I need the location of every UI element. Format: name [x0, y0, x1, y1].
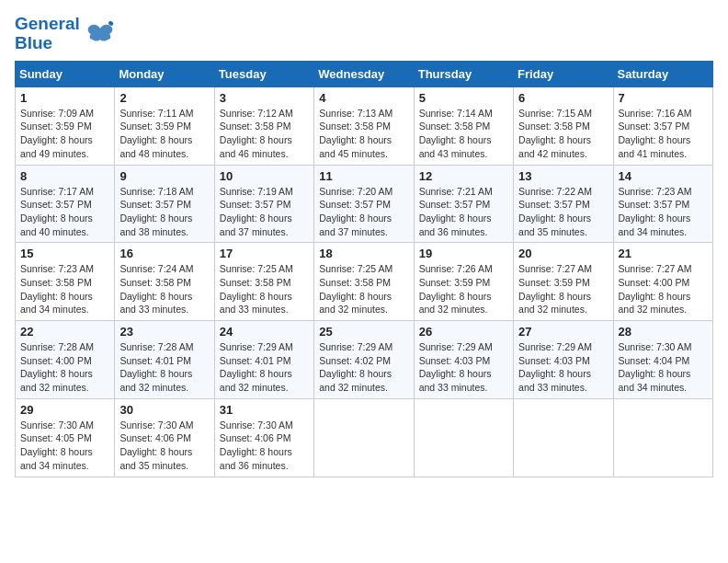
- day-detail: Sunrise: 7:17 AM Sunset: 3:57 PM Dayligh…: [20, 185, 109, 239]
- calendar-cell: [514, 398, 613, 477]
- sunset-line: Sunset: 3:57 PM: [220, 198, 309, 212]
- daylight-minutes: and 33 minutes.: [220, 303, 309, 316]
- calendar-cell: 15 Sunrise: 7:23 AM Sunset: 3:58 PM Dayl…: [16, 243, 115, 321]
- day-detail: Sunrise: 7:18 AM Sunset: 3:57 PM Dayligh…: [119, 185, 209, 239]
- sunset-line: Sunset: 3:57 PM: [619, 198, 708, 212]
- daylight-label: Daylight: 8 hours: [419, 133, 508, 147]
- calendar-cell: 1 Sunrise: 7:09 AM Sunset: 3:59 PM Dayli…: [16, 86, 115, 165]
- day-number: 19: [419, 247, 508, 260]
- sunrise-line: Sunrise: 7:09 AM: [20, 107, 109, 121]
- day-number: 7: [619, 91, 708, 105]
- day-detail: Sunrise: 7:29 AM Sunset: 4:02 PM Dayligh…: [319, 340, 408, 395]
- daylight-label: Daylight: 8 hours: [20, 290, 109, 304]
- sunset-line: Sunset: 3:58 PM: [319, 120, 408, 133]
- sunrise-line: Sunrise: 7:22 AM: [518, 185, 608, 199]
- sunrise-line: Sunrise: 7:19 AM: [220, 185, 309, 199]
- day-detail: Sunrise: 7:22 AM Sunset: 3:57 PM Dayligh…: [518, 185, 608, 239]
- day-detail: Sunrise: 7:24 AM Sunset: 3:58 PM Dayligh…: [119, 262, 209, 316]
- sunrise-line: Sunrise: 7:12 AM: [220, 107, 309, 121]
- calendar-cell: 11 Sunrise: 7:20 AM Sunset: 3:57 PM Dayl…: [314, 165, 414, 243]
- daylight-label: Daylight: 8 hours: [119, 290, 209, 304]
- sunset-line: Sunset: 4:06 PM: [119, 431, 209, 445]
- calendar-cell: 6 Sunrise: 7:15 AM Sunset: 3:58 PM Dayli…: [514, 86, 613, 165]
- calendar-cell: 7 Sunrise: 7:16 AM Sunset: 3:57 PM Dayli…: [613, 86, 712, 165]
- daylight-minutes: and 32 minutes.: [119, 381, 209, 395]
- day-number: 16: [119, 247, 209, 260]
- daylight-minutes: and 32 minutes.: [20, 381, 109, 395]
- daylight-label: Daylight: 8 hours: [319, 290, 408, 304]
- day-detail: Sunrise: 7:30 AM Sunset: 4:06 PM Dayligh…: [119, 419, 209, 473]
- sunrise-line: Sunrise: 7:30 AM: [20, 419, 109, 432]
- day-detail: Sunrise: 7:14 AM Sunset: 3:58 PM Dayligh…: [419, 107, 508, 161]
- daylight-minutes: and 32 minutes.: [518, 303, 608, 316]
- calendar-cell: [314, 398, 414, 477]
- daylight-minutes: and 37 minutes.: [220, 225, 309, 239]
- daylight-label: Daylight: 8 hours: [119, 445, 209, 459]
- sunset-line: Sunset: 4:01 PM: [119, 354, 209, 368]
- day-detail: Sunrise: 7:21 AM Sunset: 3:57 PM Dayligh…: [419, 185, 508, 239]
- calendar-cell: 12 Sunrise: 7:21 AM Sunset: 3:57 PM Dayl…: [414, 165, 513, 243]
- sunset-line: Sunset: 4:02 PM: [319, 354, 408, 368]
- daylight-label: Daylight: 8 hours: [220, 290, 309, 304]
- calendar-week-row: 8 Sunrise: 7:17 AM Sunset: 3:57 PM Dayli…: [16, 165, 713, 243]
- calendar-cell: 3 Sunrise: 7:12 AM Sunset: 3:58 PM Dayli…: [214, 86, 313, 165]
- calendar-cell: 5 Sunrise: 7:14 AM Sunset: 3:58 PM Dayli…: [414, 86, 513, 165]
- daylight-minutes: and 32 minutes.: [319, 303, 408, 316]
- daylight-minutes: and 43 minutes.: [419, 147, 508, 161]
- daylight-minutes: and 49 minutes.: [20, 147, 109, 161]
- day-detail: Sunrise: 7:27 AM Sunset: 3:59 PM Dayligh…: [518, 262, 608, 316]
- daylight-minutes: and 38 minutes.: [119, 225, 209, 239]
- daylight-minutes: and 32 minutes.: [419, 303, 508, 316]
- calendar-cell: 20 Sunrise: 7:27 AM Sunset: 3:59 PM Dayl…: [514, 243, 613, 321]
- sunrise-line: Sunrise: 7:26 AM: [419, 262, 508, 276]
- sunrise-line: Sunrise: 7:29 AM: [518, 340, 608, 354]
- day-detail: Sunrise: 7:09 AM Sunset: 3:59 PM Dayligh…: [20, 107, 109, 161]
- day-number: 31: [220, 403, 309, 417]
- daylight-label: Daylight: 8 hours: [419, 212, 508, 225]
- sunset-line: Sunset: 3:58 PM: [220, 120, 309, 133]
- day-detail: Sunrise: 7:28 AM Sunset: 4:00 PM Dayligh…: [20, 340, 109, 395]
- sunrise-line: Sunrise: 7:29 AM: [220, 340, 309, 354]
- calendar-table: SundayMondayTuesdayWednesdayThursdayFrid…: [15, 61, 713, 477]
- daylight-label: Daylight: 8 hours: [619, 212, 708, 225]
- logo-text2: Blue: [15, 34, 80, 53]
- daylight-minutes: and 32 minutes.: [220, 381, 309, 395]
- sunrise-line: Sunrise: 7:29 AM: [319, 340, 408, 354]
- sunset-line: Sunset: 4:03 PM: [419, 354, 508, 368]
- sunrise-line: Sunrise: 7:11 AM: [119, 107, 209, 121]
- day-number: 13: [518, 169, 608, 183]
- day-detail: Sunrise: 7:12 AM Sunset: 3:58 PM Dayligh…: [220, 107, 309, 161]
- sunset-line: Sunset: 3:59 PM: [419, 276, 508, 290]
- sunset-line: Sunset: 3:57 PM: [20, 198, 109, 212]
- sunrise-line: Sunrise: 7:30 AM: [220, 419, 309, 432]
- sunrise-line: Sunrise: 7:18 AM: [119, 185, 209, 199]
- calendar-cell: 30 Sunrise: 7:30 AM Sunset: 4:06 PM Dayl…: [115, 398, 214, 477]
- daylight-minutes: and 42 minutes.: [518, 147, 608, 161]
- day-number: 20: [518, 247, 608, 260]
- day-number: 9: [119, 169, 209, 183]
- day-number: 30: [119, 403, 209, 417]
- daylight-minutes: and 36 minutes.: [220, 459, 309, 473]
- sunset-line: Sunset: 3:58 PM: [419, 120, 508, 133]
- day-of-week-header: Wednesday: [314, 61, 414, 86]
- calendar-cell: 9 Sunrise: 7:18 AM Sunset: 3:57 PM Dayli…: [115, 165, 214, 243]
- day-number: 2: [119, 91, 209, 105]
- daylight-minutes: and 41 minutes.: [619, 147, 708, 161]
- day-number: 21: [619, 247, 708, 260]
- sunset-line: Sunset: 4:00 PM: [20, 354, 109, 368]
- sunrise-line: Sunrise: 7:23 AM: [619, 185, 708, 199]
- calendar-cell: 18 Sunrise: 7:25 AM Sunset: 3:58 PM Dayl…: [314, 243, 414, 321]
- daylight-label: Daylight: 8 hours: [419, 367, 508, 381]
- day-of-week-header: Monday: [115, 61, 214, 86]
- day-of-week-header: Thursday: [414, 61, 513, 86]
- sunset-line: Sunset: 3:57 PM: [319, 198, 408, 212]
- day-number: 24: [220, 325, 309, 339]
- daylight-label: Daylight: 8 hours: [518, 290, 608, 304]
- daylight-minutes: and 35 minutes.: [518, 225, 608, 239]
- daylight-label: Daylight: 8 hours: [119, 133, 209, 147]
- sunset-line: Sunset: 3:58 PM: [518, 120, 608, 133]
- daylight-label: Daylight: 8 hours: [220, 133, 309, 147]
- calendar-cell: 26 Sunrise: 7:29 AM Sunset: 4:03 PM Dayl…: [414, 321, 513, 399]
- sunset-line: Sunset: 3:58 PM: [220, 276, 309, 290]
- sunrise-line: Sunrise: 7:24 AM: [119, 262, 209, 276]
